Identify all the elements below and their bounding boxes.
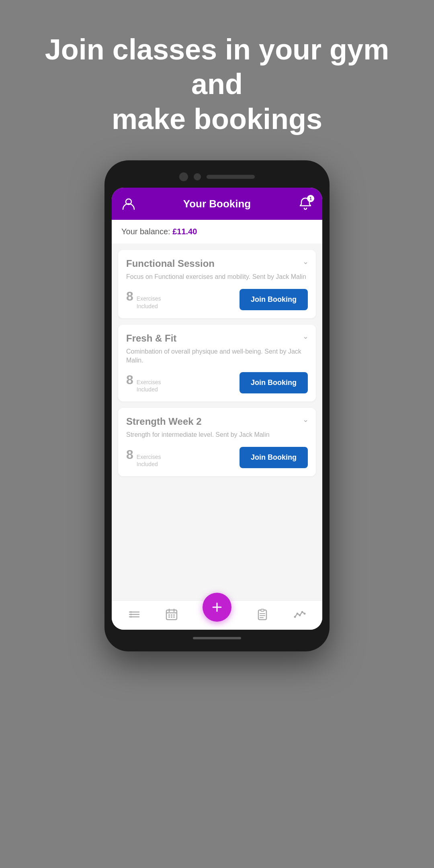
join-booking-button[interactable]: Join Booking — [240, 372, 308, 393]
svg-rect-11 — [168, 614, 170, 616]
session-description: Focus on Functional exercises and mobili… — [126, 272, 308, 281]
balance-label: Your balance: — [121, 227, 172, 236]
camera-dot-large — [179, 172, 188, 181]
card-chevron-icon: ⌄ — [303, 257, 309, 266]
session-card-1: ⌄ Functional Session Focus on Functional… — [118, 250, 316, 318]
exercises-label: ExercisesIncluded — [137, 295, 161, 309]
nav-calendar-icon[interactable] — [165, 608, 178, 621]
phone-screen: Your Booking 1 Your balance: £11.40 ⌄ Fu… — [112, 188, 322, 630]
balance-bar: Your balance: £11.40 — [112, 220, 322, 244]
svg-point-26 — [299, 614, 301, 616]
phone-device: Your Booking 1 Your balance: £11.40 ⌄ Fu… — [104, 160, 330, 651]
user-icon[interactable] — [121, 197, 136, 211]
bottom-nav — [112, 600, 322, 630]
exercises-info: 8 ExercisesIncluded — [126, 289, 161, 309]
notification-badge: 1 — [307, 195, 314, 202]
svg-rect-16 — [173, 616, 175, 618]
exercises-label: ExercisesIncluded — [137, 453, 161, 468]
phone-camera-row — [112, 172, 322, 181]
svg-rect-14 — [168, 616, 170, 618]
svg-point-27 — [301, 611, 303, 613]
card-chevron-icon: ⌄ — [303, 415, 309, 424]
balance-amount: £11.40 — [172, 227, 197, 236]
nav-clipboard-icon[interactable] — [256, 608, 269, 621]
svg-point-5 — [130, 614, 132, 615]
page-headline: Join classes in your gym and make bookin… — [0, 0, 434, 160]
camera-dot-small — [194, 173, 201, 180]
session-description: Cominbation of overall physique and well… — [126, 347, 308, 365]
session-list: ⌄ Functional Session Focus on Functional… — [112, 244, 322, 600]
exercises-info: 8 ExercisesIncluded — [126, 373, 161, 393]
session-description: Strength for intermediate level. Sent by… — [126, 430, 308, 439]
exercises-count: 8 — [126, 289, 133, 304]
svg-point-25 — [296, 613, 298, 615]
header-title: Your Booking — [183, 198, 251, 210]
phone-home-bar — [112, 637, 322, 639]
session-title: Strength Week 2 — [126, 416, 308, 427]
svg-point-4 — [130, 611, 132, 613]
app-header: Your Booking 1 — [112, 188, 322, 220]
notification-bell[interactable]: 1 — [298, 197, 313, 211]
session-card-3: ⌄ Strength Week 2 Strength for intermedi… — [118, 408, 316, 476]
exercises-count: 8 — [126, 447, 133, 462]
svg-point-24 — [294, 616, 296, 618]
session-title: Functional Session — [126, 258, 308, 269]
svg-rect-12 — [171, 614, 172, 616]
exercises-info: 8 ExercisesIncluded — [126, 447, 161, 468]
svg-rect-15 — [171, 616, 172, 618]
exercises-label: ExercisesIncluded — [137, 379, 161, 393]
svg-rect-20 — [261, 609, 264, 611]
nav-chart-icon[interactable] — [293, 608, 306, 621]
speaker-bar — [207, 175, 255, 179]
svg-rect-13 — [173, 614, 175, 616]
svg-point-28 — [303, 613, 305, 615]
session-card-2: ⌄ Fresh & Fit Cominbation of overall phy… — [118, 325, 316, 402]
svg-point-6 — [130, 616, 132, 618]
card-chevron-icon: ⌄ — [303, 332, 309, 341]
join-booking-button[interactable]: Join Booking — [240, 447, 308, 468]
nav-list-icon[interactable] — [128, 608, 141, 621]
join-booking-button[interactable]: Join Booking — [240, 289, 308, 310]
session-title: Fresh & Fit — [126, 333, 308, 344]
exercises-count: 8 — [126, 373, 133, 387]
fab-add-button[interactable] — [203, 593, 231, 622]
